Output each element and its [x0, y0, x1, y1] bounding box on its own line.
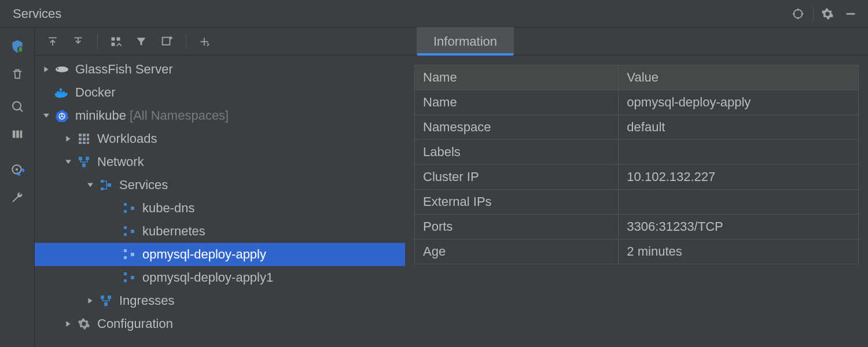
- svg-point-26: [56, 67, 68, 72]
- tree-label: Configuration: [97, 316, 173, 331]
- svg-rect-43: [79, 142, 82, 144]
- services-tree[interactable]: GlassFish Server Docker minikube [All Na…: [35, 56, 405, 347]
- svg-rect-39: [87, 134, 89, 136]
- info-value: opmysql-deploy-apply: [619, 90, 858, 115]
- svg-rect-42: [87, 138, 89, 141]
- tree-label: Workloads: [97, 131, 157, 146]
- svg-rect-18: [112, 37, 115, 40]
- svg-rect-38: [83, 134, 86, 136]
- add-icon[interactable]: [194, 32, 214, 51]
- tree-leaf-opmysql-deploy-apply[interactable]: opmysql-deploy-apply: [35, 243, 405, 266]
- svg-rect-37: [79, 134, 82, 136]
- minimize-icon[interactable]: [841, 5, 860, 23]
- tree-node-services[interactable]: Services: [35, 174, 405, 197]
- svg-point-27: [57, 68, 58, 69]
- service-item-icon: [122, 270, 137, 285]
- tab-label: Information: [433, 34, 497, 49]
- tab-information[interactable]: Information: [417, 27, 514, 55]
- info-value: default: [619, 115, 858, 139]
- chevron-right-icon: [84, 295, 96, 307]
- info-row-age[interactable]: Age 2 minutes: [415, 239, 858, 264]
- tree-label: Ingresses: [119, 293, 174, 308]
- chevron-right-icon: [62, 318, 74, 330]
- tree-node-docker[interactable]: Docker: [35, 81, 405, 104]
- tree-leaf-opmysql-deploy-apply1[interactable]: opmysql-deploy-apply1: [35, 266, 405, 289]
- info-row-ports[interactable]: Ports 3306:31233/TCP: [415, 215, 858, 239]
- refresh-gear-icon[interactable]: [6, 158, 29, 182]
- svg-rect-41: [83, 138, 86, 141]
- gear-icon[interactable]: [818, 5, 837, 23]
- svg-rect-44: [83, 142, 86, 144]
- tree-leaf-kubernetes[interactable]: kubernetes: [35, 220, 405, 243]
- main-area: GlassFish Server Docker minikube [All Na…: [0, 28, 868, 347]
- tree-node-glassfish[interactable]: GlassFish Server: [35, 58, 405, 81]
- bug-badge-icon[interactable]: [6, 35, 29, 58]
- tree-label: kube-dns: [142, 201, 195, 216]
- info-key: Labels: [415, 140, 619, 164]
- info-value: 3306:31233/TCP: [619, 215, 858, 239]
- service-item-icon: [122, 247, 137, 262]
- glassfish-icon: [54, 62, 69, 77]
- info-value: 2 minutes: [619, 239, 858, 264]
- docker-icon: [54, 85, 69, 100]
- trash-icon[interactable]: [6, 62, 29, 86]
- service-item-icon: [122, 224, 137, 239]
- svg-rect-59: [124, 256, 127, 259]
- svg-rect-58: [124, 249, 127, 252]
- svg-rect-10: [16, 131, 19, 138]
- tree-node-ingresses[interactable]: Ingresses: [35, 289, 405, 312]
- svg-rect-57: [131, 230, 134, 233]
- wrench-icon[interactable]: [6, 186, 29, 209]
- svg-point-13: [15, 168, 17, 171]
- chevron-placeholder: [41, 87, 52, 98]
- info-row-cluster-ip[interactable]: Cluster IP 10.102.132.227: [415, 165, 858, 190]
- info-key: Namespace: [415, 115, 619, 139]
- columns-icon[interactable]: [6, 123, 29, 146]
- target-icon[interactable]: [789, 5, 807, 23]
- info-row-labels[interactable]: Labels: [415, 140, 858, 165]
- collapse-all-icon[interactable]: [68, 32, 88, 51]
- svg-rect-63: [131, 276, 134, 279]
- tree-leaf-kube-dns[interactable]: kube-dns: [35, 197, 405, 220]
- tree-node-minikube[interactable]: minikube [All Namespaces]: [35, 104, 405, 127]
- details-pane: Information Name Value Name opmysql-depl…: [405, 28, 868, 347]
- info-key: Cluster IP: [415, 165, 619, 189]
- svg-rect-56: [124, 233, 127, 236]
- filter-icon[interactable]: [131, 32, 151, 51]
- svg-point-0: [794, 9, 803, 18]
- titlebar-separator: [813, 7, 814, 21]
- group-by-icon[interactable]: [106, 32, 126, 51]
- tree-node-configuration[interactable]: Configuration: [35, 312, 405, 335]
- zoom-icon[interactable]: [6, 95, 29, 118]
- tree-label: Docker: [75, 85, 116, 100]
- svg-rect-62: [124, 279, 127, 282]
- svg-rect-9: [12, 131, 15, 138]
- info-key: External IPs: [415, 190, 619, 214]
- left-gutter: [0, 28, 35, 347]
- toolbar-separator: [97, 34, 98, 49]
- info-row-name[interactable]: Name opmysql-deploy-apply: [415, 90, 858, 115]
- info-value: 10.102.132.227: [619, 165, 858, 189]
- service-icon: [98, 178, 113, 193]
- info-row-external-ips[interactable]: External IPs: [415, 190, 858, 215]
- expand-all-icon[interactable]: [43, 32, 62, 51]
- svg-rect-61: [124, 272, 127, 275]
- kubernetes-icon: [54, 108, 69, 123]
- svg-rect-51: [108, 183, 111, 187]
- chevron-down-icon: [62, 156, 74, 168]
- svg-rect-53: [124, 210, 127, 213]
- tree-node-network[interactable]: Network: [35, 150, 405, 174]
- svg-rect-11: [20, 131, 22, 138]
- configuration-gear-icon: [76, 316, 91, 331]
- workloads-icon: [76, 131, 91, 146]
- details-tab-strip: Information: [405, 28, 868, 56]
- svg-rect-50: [101, 187, 104, 190]
- tree-label: opmysql-deploy-apply1: [142, 270, 273, 285]
- tree-label: opmysql-deploy-apply: [142, 247, 266, 262]
- info-header-row: Name Value: [415, 65, 858, 90]
- tree-suffix: [All Namespaces]: [130, 108, 229, 123]
- open-tab-icon[interactable]: [157, 32, 176, 51]
- info-row-namespace[interactable]: Namespace default: [415, 115, 858, 140]
- service-item-icon: [122, 201, 137, 216]
- tree-node-workloads[interactable]: Workloads: [35, 127, 405, 150]
